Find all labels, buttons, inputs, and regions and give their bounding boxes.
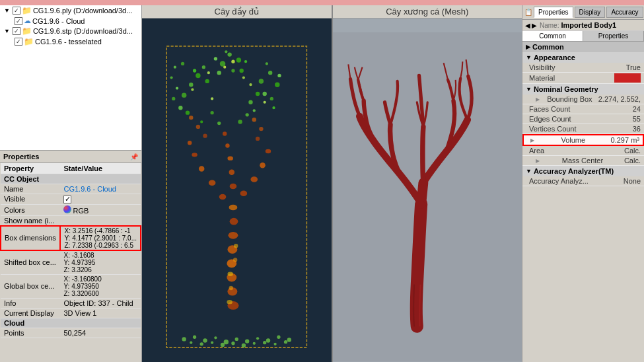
svg-point-89	[210, 111, 213, 114]
svg-point-40	[192, 153, 197, 157]
prop-shifted-label: Shifted box ce...	[1, 250, 60, 275]
svg-point-54	[227, 156, 233, 160]
svg-point-20	[253, 342, 256, 345]
svg-point-18	[231, 342, 234, 345]
svg-point-15	[200, 342, 203, 345]
name-value: Imported Body1	[561, 21, 616, 29]
svg-point-56	[223, 131, 227, 135]
tab-properties[interactable]: Properties	[534, 7, 573, 18]
svg-point-69	[174, 66, 176, 69]
prop-colors-label: Colors	[1, 204, 60, 215]
svg-point-49	[256, 137, 260, 141]
svg-point-45	[266, 149, 271, 153]
svg-point-72	[236, 57, 241, 62]
svg-point-46	[203, 134, 207, 138]
prop-points-label: Points	[1, 328, 60, 338]
tree-label-4: CG1.9.6 - tesselated	[35, 38, 102, 46]
common-arrow: ▶	[526, 44, 530, 50]
svg-point-92	[253, 109, 256, 112]
prop-colors: Colors RGB	[1, 204, 141, 215]
svg-point-90	[246, 113, 249, 116]
svg-point-93	[238, 120, 242, 124]
prop-name-value: CG1.9.6 - Cloud	[60, 184, 141, 194]
right-name-row: ◀ ▶ Name: Imported Body1	[522, 20, 644, 31]
tab-accuracy[interactable]: Accuracy	[606, 7, 643, 18]
checkbox-2[interactable]: ✓	[15, 17, 22, 25]
svg-point-97	[223, 66, 226, 69]
prop-boxdim-value: X: 3.2516 (-4.7866 : -1Y: 4.1477 (2.9001…	[60, 226, 141, 250]
right-panel-header: 📋 Properties Display Accuracy	[522, 5, 644, 20]
bounding-box-triangle: ▶	[536, 96, 540, 102]
svg-point-38	[209, 180, 216, 186]
nav-back-button[interactable]: ◀	[525, 22, 530, 29]
svg-point-102	[211, 97, 213, 100]
checkbox-3[interactable]: ✓	[13, 27, 20, 35]
tree-item-2[interactable]: ✓ ☁ CG1.9.6 - Cloud	[0, 16, 141, 26]
material-swatch[interactable]	[614, 73, 641, 83]
svg-point-51	[252, 118, 256, 122]
svg-point-95	[191, 89, 194, 91]
subtab-common[interactable]: Common	[522, 31, 583, 41]
subtab-properties[interactable]: Properties	[583, 31, 644, 41]
center-area: Cây đầy đủ	[142, 5, 522, 362]
svg-point-100	[231, 60, 234, 63]
svg-point-29	[229, 232, 238, 239]
svg-point-23	[284, 340, 287, 344]
material-row: Material	[522, 73, 644, 84]
svg-point-85	[256, 92, 260, 96]
pin-button[interactable]: 📌	[130, 153, 138, 161]
svg-point-4	[193, 336, 196, 339]
prop-name-label: Name	[1, 184, 60, 194]
right-subtabs-row: Common Properties	[522, 31, 644, 42]
svg-point-42	[240, 190, 248, 196]
nav-fwd-button[interactable]: ▶	[532, 22, 537, 29]
svg-point-44	[260, 163, 265, 168]
area-value: Calc.	[624, 147, 641, 155]
properties-table: Property State/Value CC Object Name CG1.…	[0, 163, 141, 338]
tree-item-1[interactable]: ▼ ✓ 📁 CG1.9.6.ply (D:/download/3d...	[0, 5, 141, 16]
area-row: Area Calc.	[522, 146, 644, 156]
prop-showname: Show name (i...	[1, 215, 141, 226]
visible-checkbox[interactable]: ✓	[63, 196, 71, 203]
svg-point-55	[225, 143, 229, 147]
svg-point-30	[230, 218, 238, 225]
section-cloud: Cloud	[1, 318, 141, 328]
tab-display[interactable]: Display	[575, 7, 606, 18]
tree-item-3[interactable]: ▼ ✓ 📁 CG1.9.6.stp (D:/download/3d...	[0, 26, 141, 36]
cloud-icon-2: ☁	[24, 17, 31, 25]
bounding-box-value: 2.274, 2.552,	[598, 95, 641, 103]
edges-count-row: Edges Count 55	[522, 114, 644, 124]
tree-label-2: CG1.9.6 - Cloud	[32, 17, 85, 25]
faces-count-row: Faces Count 24	[522, 104, 644, 114]
prop-display: Current Display 3D View 1	[1, 308, 141, 318]
folder-icon-1: 📁	[22, 6, 32, 15]
view-title-right: Cây xương cá (Mesh)	[333, 5, 522, 18]
tree-view: ▼ ✓ 📁 CG1.9.6.ply (D:/download/3d... ✓ ☁…	[0, 5, 141, 151]
volume-label: Volume	[561, 136, 585, 144]
prop-visible-value: ✓	[60, 194, 141, 205]
svg-point-101	[242, 76, 245, 79]
checkbox-1[interactable]: ✓	[13, 7, 20, 15]
prop-colors-value: RGB	[60, 204, 141, 215]
svg-point-84	[266, 62, 268, 65]
svg-point-82	[263, 92, 267, 96]
folder-icon-4: 📁	[24, 37, 34, 46]
svg-point-70	[220, 61, 225, 66]
view-title-left: Cây đầy đủ	[142, 5, 332, 18]
svg-point-5	[203, 338, 207, 342]
accuracy-row-value: None	[624, 177, 641, 185]
svg-point-57	[182, 92, 186, 97]
faces-count-label: Faces Count	[529, 105, 570, 113]
view-panel-right: Cây xương cá (Mesh)	[333, 5, 522, 362]
tree-item-4[interactable]: ✓ 📁 CG1.9.6 - tesselated	[0, 36, 141, 47]
view-panels: Cây đầy đủ	[142, 5, 522, 362]
area-label: Area	[529, 147, 544, 155]
appearance-label: Appearance	[534, 54, 575, 61]
mass-center-row: ▶ Mass Center Calc.	[522, 156, 644, 166]
checkbox-4[interactable]: ✓	[15, 38, 22, 46]
prop-visible: Visible ✓	[1, 194, 141, 205]
properties-panel: Properties 📌 Property State/Value CC Obj…	[0, 151, 141, 362]
svg-point-43	[250, 176, 258, 182]
prop-showname-value	[60, 215, 141, 226]
svg-point-37	[219, 194, 227, 199]
